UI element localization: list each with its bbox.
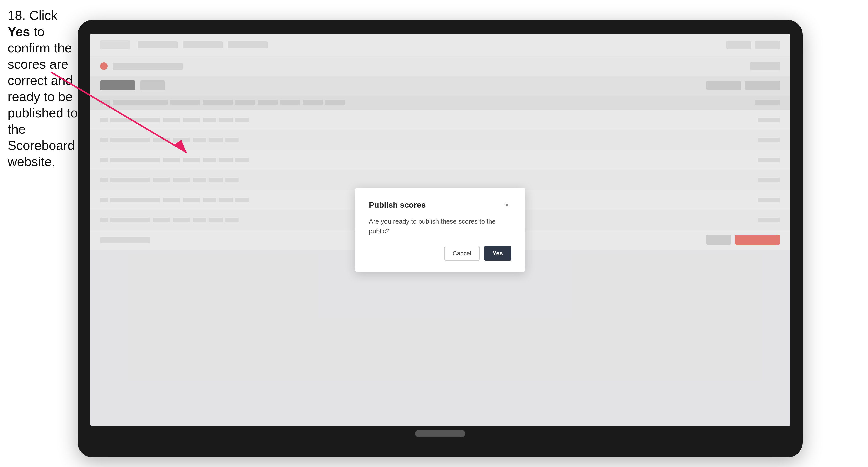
instruction-bold: Yes [7, 25, 30, 39]
modal-overlay: Publish scores × Are you ready to publis… [90, 34, 790, 426]
instruction-text: 18. Click Yes to confirm the scores are … [7, 7, 80, 170]
modal-close-button[interactable]: × [502, 201, 512, 210]
tablet-home-bar [415, 430, 465, 437]
tablet-screen: Publish scores × Are you ready to publis… [90, 34, 790, 426]
step-number: 18. [7, 8, 26, 23]
publish-scores-modal: Publish scores × Are you ready to publis… [355, 188, 525, 272]
tablet-device: Publish scores × Are you ready to publis… [78, 20, 803, 458]
modal-header: Publish scores × [369, 200, 512, 210]
modal-title: Publish scores [369, 200, 426, 210]
modal-footer: Cancel Yes [369, 246, 512, 261]
modal-body: Are you ready to publish these scores to… [369, 217, 512, 236]
yes-button[interactable]: Yes [484, 246, 512, 261]
cancel-button[interactable]: Cancel [444, 246, 479, 261]
